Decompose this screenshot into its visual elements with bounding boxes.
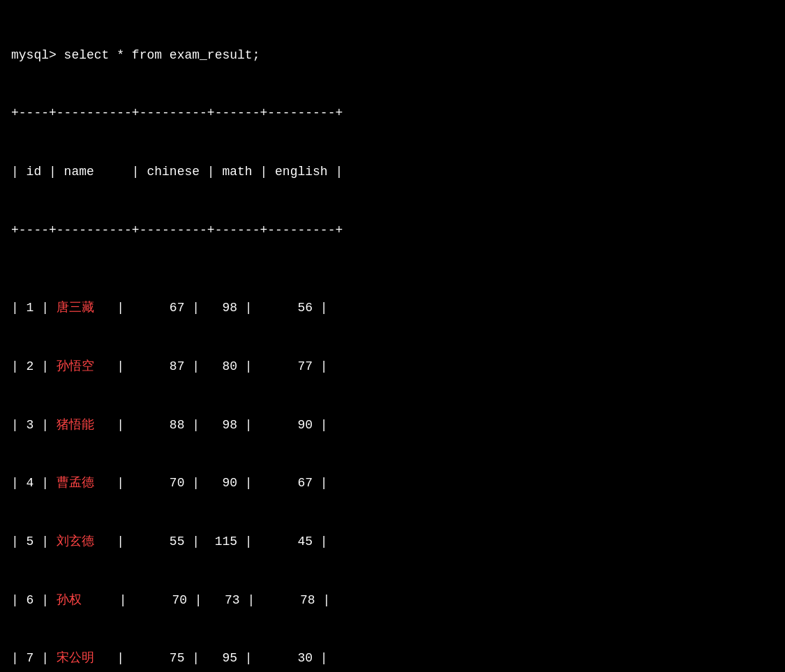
table-row-1-6: | 6 | 孙权 | 70 | 73 | 78 | xyxy=(11,591,774,611)
name-1-5: 刘玄德 xyxy=(57,535,94,548)
name-1-6: 孙权 xyxy=(57,593,82,607)
terminal: mysql> select * from exam_result; +----+… xyxy=(11,7,774,672)
table-row-1-7: | 7 | 宋公明 | 75 | 95 | 30 | xyxy=(11,649,774,669)
table-row-1-5: | 5 | 刘玄德 | 55 | 115 | 45 | xyxy=(11,532,774,552)
table-row-1-2: | 2 | 孙悟空 | 87 | 80 | 77 | xyxy=(11,357,774,377)
name-1-2: 孙悟空 xyxy=(57,359,94,373)
name-1-1: 唐三藏 xyxy=(57,301,94,315)
name-1-7: 宋公明 xyxy=(57,651,94,665)
table-sep-1a: +----+----------+---------+------+------… xyxy=(11,104,774,124)
table-header-1: | id | name | chinese | math | english | xyxy=(11,163,774,182)
table-row-1-1: | 1 | 唐三藏 | 67 | 98 | 56 | xyxy=(11,299,774,318)
table-row-1-3: | 3 | 猪悟能 | 88 | 98 | 90 | xyxy=(11,416,774,435)
table-row-1-4: | 4 | 曹孟德 | 70 | 90 | 67 | xyxy=(11,474,774,493)
name-1-4: 曹孟德 xyxy=(57,476,94,490)
table-sep-1b: +----+----------+---------+------+------… xyxy=(11,221,774,241)
name-1-3: 猪悟能 xyxy=(57,418,94,432)
command-line-1: mysql> select * from exam_result; xyxy=(11,46,774,66)
